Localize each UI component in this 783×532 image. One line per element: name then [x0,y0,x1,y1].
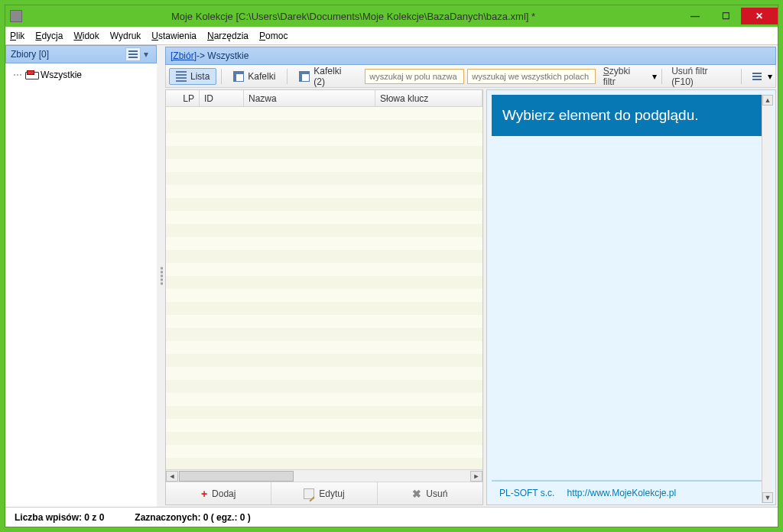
list-panel: LP ID Nazwa Słowa klucz ◄ ► + [165,89,483,505]
toolbar-dropdown-icon[interactable]: ▾ [768,71,772,82]
view-lista-button[interactable]: Lista [169,68,216,85]
vertical-scrollbar[interactable]: ▲ ▼ [762,95,772,503]
menu-bar: Plik Edycja Widok Wydruk Ustawienia Narz… [5,27,778,45]
cross-icon: ✖ [412,488,421,500]
search-name-input[interactable] [365,69,464,84]
plus-icon: + [201,488,207,500]
edit-icon [304,488,314,499]
scroll-right-icon[interactable]: ► [470,471,482,482]
menu-ustawienia[interactable]: Ustawienia [151,31,197,41]
toolbar-menu-button[interactable] [749,70,765,83]
window-title: Moje Kolekcje [C:\Users\Darek\Documents\… [27,11,680,22]
column-lp[interactable]: LP [166,90,200,106]
tile-icon [233,71,244,82]
scroll-left-icon[interactable]: ◄ [166,471,178,482]
menu-widok[interactable]: Widok [73,31,99,41]
column-slowa[interactable]: Słowa klucz [375,90,482,106]
sidebar-header: Zbiory [0] ▾ [5,45,157,63]
sidebar-dropdown-icon[interactable]: ▾ [141,47,151,61]
list-action-bar: + Dodaj Edytuj ✖ Usuń [166,482,482,504]
breadcrumb-bar: [Zbiór] -> Wszystkie [165,47,776,65]
tree-item-wszystkie[interactable]: ⋯ Wszystkie [8,68,154,82]
preview-body [492,136,762,480]
preview-divider [492,480,762,482]
quick-filter-button[interactable]: Szybki filtr [599,66,649,87]
title-bar: Moje Kolekcje [C:\Users\Darek\Documents\… [5,5,778,27]
tile2-icon [299,71,310,82]
status-bar: Liczba wpisów: 0 z 0 Zaznaczonych: 0 ( e… [5,507,778,527]
minimize-button[interactable]: — [680,8,710,24]
close-button[interactable]: ✕ [741,8,778,24]
view-kafelki2-button[interactable]: Kafelki (2) [292,68,362,85]
preview-message: Wybierz element do podglądu. [492,95,762,136]
menu-wydruk[interactable]: Wydruk [110,31,141,41]
clear-filter-button[interactable]: Usuń filtr (F10) [667,66,736,87]
menu-pomoc[interactable]: Pomoc [259,31,288,41]
breadcrumb-suffix: -> Wszystkie [197,50,249,61]
maximize-button[interactable]: ☐ [710,8,741,24]
main-panel: [Zbiór] -> Wszystkie Lista Kafelki Kafel… [164,45,778,507]
sidebar-menu-button[interactable] [125,47,141,61]
horizontal-scrollbar[interactable]: ◄ ► [166,469,482,482]
add-button[interactable]: + Dodaj [166,482,271,504]
list-rows[interactable] [166,107,482,469]
sidebar-header-label: Zbiory [0] [11,49,122,60]
list-icon [176,71,187,82]
column-nazwa[interactable]: Nazwa [244,90,375,106]
website-link[interactable]: http://www.MojeKolekcje.pl [567,488,676,498]
toolbar: Lista Kafelki Kafelki (2) Szybki filtr ▾ [165,65,776,88]
menu-edycja[interactable]: Edycja [35,31,63,41]
scroll-thumb[interactable] [179,471,294,482]
view-kafelki-button[interactable]: Kafelki [226,68,282,85]
edit-button[interactable]: Edytuj [271,482,377,504]
menu-plik[interactable]: Plik [10,31,24,41]
quick-filter-dropdown-icon[interactable]: ▾ [652,71,657,82]
preview-panel: Wybierz element do podglądu. PL-SOFT s.c… [486,89,776,505]
tree: ⋯ Wszystkie [5,63,157,507]
list-header: LP ID Nazwa Słowa klucz [166,90,482,107]
scroll-up-icon[interactable]: ▲ [762,95,773,105]
scroll-down-icon[interactable]: ▼ [762,492,773,503]
status-selected: Zaznaczonych: 0 ( egz.: 0 ) [135,512,250,523]
column-id[interactable]: ID [200,90,244,106]
sidebar: Zbiory [0] ▾ ⋯ Wszystkie [5,45,160,507]
search-all-input[interactable] [467,69,596,84]
company-label: PL-SOFT s.c. [499,488,554,498]
app-icon [10,10,22,22]
menu-narzedzia[interactable]: Narzędzia [207,31,249,41]
preview-footer: PL-SOFT s.c. http://www.MojeKolekcje.pl [492,485,762,503]
breadcrumb-link[interactable]: [Zbiór] [171,50,197,61]
collection-icon [25,70,37,79]
tree-item-label: Wszystkie [41,70,82,80]
vertical-splitter[interactable] [160,45,164,507]
status-count: Liczba wpisów: 0 z 0 [15,512,104,523]
delete-button[interactable]: ✖ Usuń [378,482,482,504]
